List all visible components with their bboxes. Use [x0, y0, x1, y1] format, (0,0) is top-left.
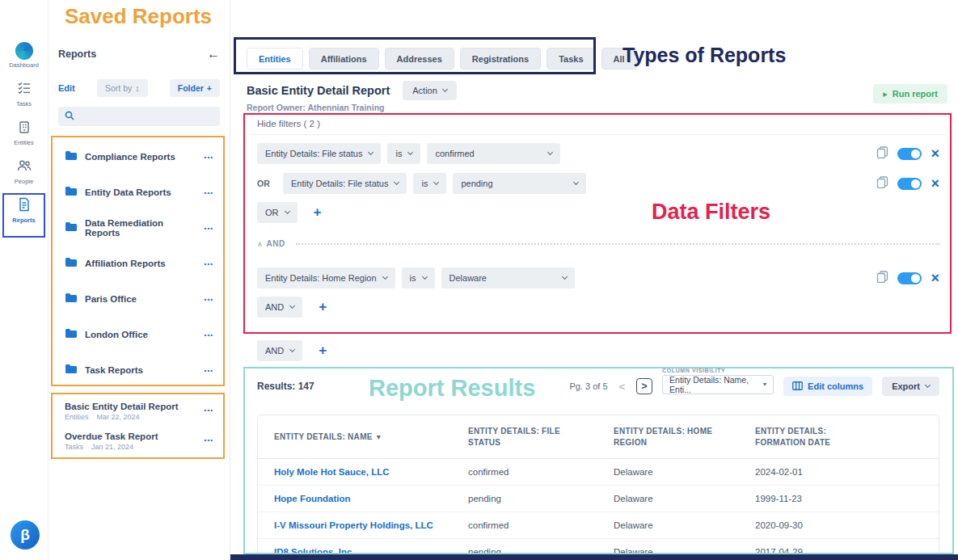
- filter-operator-select[interactable]: is: [413, 173, 446, 194]
- search-input[interactable]: [58, 107, 220, 126]
- sidebar-label-people: People: [15, 178, 33, 185]
- tab-all[interactable]: All: [601, 48, 637, 69]
- entity-name-link[interactable]: Holy Mole Hot Sauce, LLC: [274, 467, 468, 477]
- home-region-cell: Delaware: [614, 520, 755, 530]
- sidebar-label-tasks: Tasks: [16, 100, 32, 107]
- filter-field-select[interactable]: Entity Details: Home Region: [257, 267, 395, 288]
- sidebar-item-entities[interactable]: Entities: [0, 120, 48, 149]
- filter-group-2: Entity Details: Home Region is Delaware …: [257, 267, 939, 318]
- saved-report-item[interactable]: Basic Entity Detail Report Entities Mar …: [58, 396, 220, 426]
- folder-menu-icon[interactable]: •••: [205, 331, 213, 339]
- folder-icon: [65, 292, 78, 306]
- entity-name-link[interactable]: ID8 Solutions, Inc.: [274, 547, 468, 557]
- sort-by-button[interactable]: Sort by ↕: [97, 79, 148, 97]
- home-region-cell: Delaware: [614, 467, 755, 477]
- filter-toggle[interactable]: [897, 178, 922, 190]
- filter-operator-select[interactable]: is: [387, 143, 420, 164]
- folder-name: Entity Data Reports: [85, 187, 197, 197]
- entity-name-link[interactable]: Hope Foundation: [274, 494, 468, 503]
- column-header-label: ENTITY DETAILS: HOME REGION: [614, 426, 735, 448]
- add-filter-group-icon[interactable]: +: [319, 343, 327, 359]
- tab-tasks[interactable]: Tasks: [547, 48, 595, 69]
- add-filter-icon[interactable]: +: [314, 204, 322, 221]
- folder-menu-icon[interactable]: •••: [205, 189, 213, 196]
- tab-affiliations[interactable]: Affiliations: [309, 48, 379, 69]
- filter-field-select[interactable]: Entity Details: File status: [283, 173, 407, 194]
- add-filter-group-row: AND +: [257, 340, 327, 361]
- run-report-button[interactable]: ▸ Run report: [873, 84, 947, 103]
- sidebar-item-tasks[interactable]: Tasks: [0, 81, 48, 110]
- group-operator-select[interactable]: AND: [257, 297, 302, 318]
- folder-menu-icon[interactable]: •••: [205, 225, 213, 232]
- folder-item[interactable]: London Office •••: [58, 317, 220, 352]
- edit-button[interactable]: Edit: [58, 83, 75, 93]
- action-label: Action: [412, 86, 437, 95]
- report-type-tabs: Entities Affiliations Addresses Registra…: [247, 48, 637, 69]
- saved-report-menu-icon[interactable]: •••: [205, 436, 213, 444]
- filter-field-select[interactable]: Entity Details: File status: [257, 143, 381, 164]
- column-header-formation-date[interactable]: ENTITY DETAILS: FORMATION DATE: [755, 426, 939, 448]
- sidebar-item-reports[interactable]: Reports: [0, 197, 48, 226]
- athennian-logo-button[interactable]: β: [11, 520, 40, 549]
- add-filter-icon[interactable]: +: [319, 299, 327, 315]
- folder-name: Data Remediation Reports: [85, 218, 197, 238]
- tab-entities[interactable]: Entities: [247, 48, 303, 69]
- folder-item[interactable]: Affiliation Reports •••: [58, 246, 220, 281]
- folder-menu-icon[interactable]: •••: [205, 296, 213, 303]
- outer-operator-select[interactable]: AND: [257, 340, 302, 361]
- folder-item[interactable]: Entity Data Reports •••: [58, 175, 220, 210]
- collapse-panel-icon[interactable]: ←: [207, 47, 220, 61]
- remove-filter-icon[interactable]: ×: [931, 178, 939, 189]
- column-header-name[interactable]: ENTITY DETAILS: NAME ▾: [274, 432, 468, 443]
- tab-addresses[interactable]: Addresses: [385, 48, 454, 69]
- folder-item[interactable]: Data Remediation Reports •••: [58, 210, 220, 246]
- filter-value-select[interactable]: Delaware: [441, 267, 575, 288]
- filter-value: Delaware: [449, 273, 487, 283]
- duplicate-filter-icon[interactable]: [876, 176, 888, 192]
- folder-item[interactable]: Task Reports •••: [58, 352, 220, 388]
- saved-report-type: Entities: [65, 413, 89, 421]
- chevron-down-icon: [925, 382, 931, 388]
- next-page-button[interactable]: >: [636, 378, 652, 394]
- duplicate-filter-icon[interactable]: [876, 271, 888, 286]
- collapse-group-icon[interactable]: ∧: [257, 240, 263, 248]
- column-header-home-region[interactable]: ENTITY DETAILS: HOME REGION: [614, 426, 755, 448]
- filter-operator-select[interactable]: is: [402, 267, 435, 288]
- and-group-divider: ∧ AND: [257, 239, 939, 248]
- filter-toggle[interactable]: [897, 148, 922, 160]
- entity-name-link[interactable]: I-V Missouri Property Holdings, LLC: [274, 520, 468, 530]
- saved-report-item[interactable]: Overdue Task Report Tasks Jan 21, 2024 •…: [58, 426, 220, 456]
- sort-caret-icon: ▾: [377, 432, 381, 443]
- edit-columns-button[interactable]: Edit columns: [783, 377, 872, 396]
- filter-toggle[interactable]: [897, 272, 922, 284]
- remove-filter-icon[interactable]: ×: [931, 272, 939, 284]
- column-header-file-status[interactable]: ENTITY DETAILS: FILE STATUS: [468, 426, 614, 448]
- entities-icon: [17, 120, 32, 137]
- saved-report-menu-icon[interactable]: •••: [205, 406, 213, 414]
- column-header-label: ENTITY DETAILS: FORMATION DATE: [755, 426, 876, 448]
- folder-menu-icon[interactable]: •••: [205, 260, 213, 267]
- folder-menu-icon[interactable]: •••: [205, 154, 213, 161]
- sidebar-item-dashboard[interactable]: Dashboard: [0, 42, 48, 71]
- filter-value-select[interactable]: confirmed: [427, 143, 560, 164]
- report-title-row: Basic Entity Detail Report Action: [247, 81, 457, 100]
- remove-filter-icon[interactable]: ×: [931, 148, 939, 159]
- and-divider-label: AND: [267, 239, 285, 248]
- folder-item[interactable]: Paris Office •••: [58, 281, 220, 317]
- export-button[interactable]: Export: [882, 377, 939, 396]
- sidebar-item-people[interactable]: People: [0, 158, 48, 187]
- action-button[interactable]: Action: [403, 81, 457, 100]
- filter-field-value: Entity Details: File status: [291, 179, 388, 188]
- folder-menu-icon[interactable]: •••: [205, 367, 213, 374]
- group-operator-select[interactable]: OR: [257, 202, 298, 223]
- folder-item[interactable]: Compliance Reports •••: [58, 139, 220, 175]
- column-visibility-select[interactable]: Entity Details: Name, Enti... ▾: [662, 375, 774, 394]
- duplicate-filter-icon[interactable]: [876, 146, 888, 162]
- previous-page-button[interactable]: <: [618, 381, 627, 393]
- filter-value: pending: [461, 179, 492, 188]
- filter-value-select[interactable]: pending: [453, 173, 586, 194]
- tab-registrations[interactable]: Registrations: [460, 48, 541, 69]
- add-folder-button[interactable]: Folder +: [170, 79, 220, 97]
- hide-filters-link[interactable]: Hide filters ( 2 ): [257, 119, 320, 128]
- folder-icon: [65, 256, 78, 271]
